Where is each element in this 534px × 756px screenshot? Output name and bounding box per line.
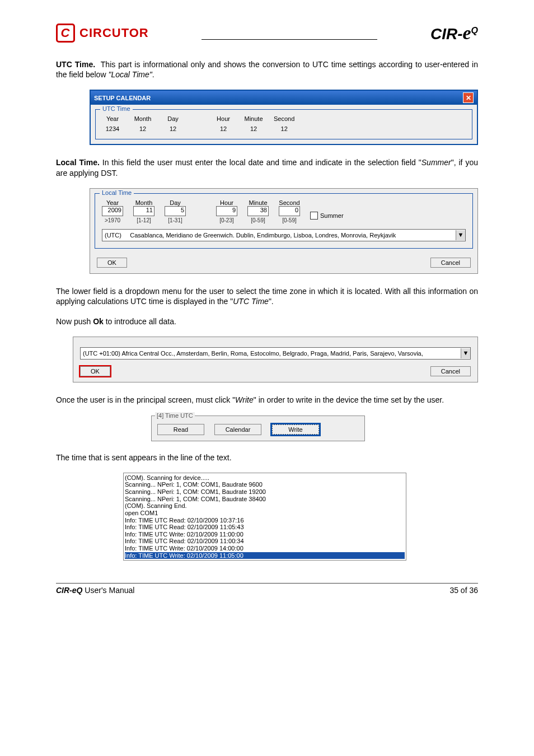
local-time-window: Local Time Year2009>1970 Month11[1-12] D… (90, 188, 478, 274)
brand-text: CIRCUTOR (79, 26, 149, 40)
summer-checkbox[interactable] (310, 212, 318, 220)
utc-minute: 12 (250, 125, 257, 132)
chevron-down-icon[interactable]: ▼ (461, 348, 470, 358)
log-line: (COM). Scanning for device..... (125, 474, 405, 482)
local-time-description: Local Time. In this field the user must … (56, 157, 478, 178)
write-button[interactable]: Write (271, 424, 320, 435)
brand-logo: C CIRCUTOR (56, 24, 149, 43)
second-input[interactable]: 0 (279, 206, 300, 216)
utc-year: 1234 (106, 125, 119, 132)
time-utc-legend: [4] Time UTC (155, 412, 195, 419)
local-time-group: Local Time Year2009>1970 Month11[1-12] D… (95, 193, 473, 249)
summer-label: Summer (320, 212, 344, 219)
log-line: Scanning... NPeri: 1, COM: COM1, Baudrat… (125, 496, 405, 503)
log-line: open COM1 (125, 510, 405, 517)
log-line: (COM). Scanning End. (125, 502, 405, 510)
push-ok-line: Now push Ok to introduce all data. (56, 316, 478, 326)
setup-calendar-window: SETUP CALENDAR ✕ UTC Time Year1234 Month… (90, 90, 478, 145)
ok-button[interactable]: OK (80, 366, 110, 376)
cancel-button[interactable]: Cancel (430, 258, 471, 268)
year-input[interactable]: 2009 (102, 206, 123, 216)
page-footer: CIR-eQ User's Manual 35 of 36 (56, 583, 478, 595)
titlebar: SETUP CALENDAR ✕ (91, 91, 477, 105)
log-line: Info: TIME UTC Write: 02/10/2009 11:00:0… (125, 531, 405, 538)
utc-description: UTC Time. This part is informational onl… (56, 59, 478, 80)
local-legend: Local Time (100, 189, 134, 196)
log-output: (COM). Scanning for device..... Scanning… (123, 473, 406, 561)
log-line: Info: TIME UTC Read: 02/10/2009 11:00:34 (125, 538, 405, 545)
hour-input[interactable]: 9 (216, 206, 237, 216)
tz-ok-window: (UTC +01:00) Africa Central Occ., Amster… (73, 337, 478, 382)
write-description: Once the user is in the principal screen… (56, 395, 478, 405)
chevron-down-icon[interactable]: ▼ (456, 230, 465, 240)
timezone-dropdown-2[interactable]: (UTC +01:00) Africa Central Occ., Amster… (80, 347, 471, 360)
calendar-button[interactable]: Calendar (214, 424, 261, 435)
utc-time-group: UTC Time Year1234 Month12 Day12 Hour12 M… (95, 109, 472, 139)
page-number: 35 of 36 (449, 586, 478, 595)
dropdown-description: The lower field is a dropdown menu for t… (56, 286, 478, 306)
log-line: Info: TIME UTC Read: 02/10/2009 10:37:16 (125, 517, 405, 524)
page-header: C CIRCUTOR CIR-eQ (56, 22, 478, 44)
log-line: Scanning... NPeri: 1, COM: COM1, Baudrat… (125, 481, 405, 488)
utc-hour: 12 (220, 125, 227, 132)
utc-month: 12 (139, 125, 146, 132)
read-button[interactable]: Read (157, 424, 204, 435)
utc-day: 12 (170, 125, 176, 132)
log-line: Info: TIME UTC Read: 02/10/2009 11:05:43 (125, 524, 405, 531)
time-utc-group: [4] Time UTC Read Calendar Write (151, 416, 365, 441)
cancel-button[interactable]: Cancel (430, 366, 471, 376)
utc-second: 12 (281, 125, 288, 132)
timezone-dropdown[interactable]: (UTC) Casablanca, Meridiano de Greenwich… (102, 229, 466, 241)
close-icon[interactable]: ✕ (463, 92, 474, 103)
sent-line-description: The time that is sent appears in the lin… (56, 452, 478, 463)
brand-icon: C (56, 24, 75, 43)
day-input[interactable]: 5 (165, 206, 186, 216)
utc-legend: UTC Time (100, 105, 133, 112)
month-input[interactable]: 11 (133, 206, 154, 216)
summer-checkbox-row: Summer (310, 212, 344, 220)
header-divider (202, 39, 377, 40)
log-line-selected: Info: TIME UTC Write: 02/10/2009 11:05:0… (125, 552, 405, 559)
model-label: CIR-eQ (430, 22, 478, 44)
minute-input[interactable]: 38 (247, 206, 269, 216)
log-line: Info: TIME UTC Write: 02/10/2009 14:00:0… (125, 545, 405, 552)
log-line: Scanning... NPeri: 1, COM: COM1, Baudrat… (125, 488, 405, 496)
ok-button[interactable]: OK (97, 258, 127, 268)
window-title: SETUP CALENDAR (94, 95, 151, 101)
